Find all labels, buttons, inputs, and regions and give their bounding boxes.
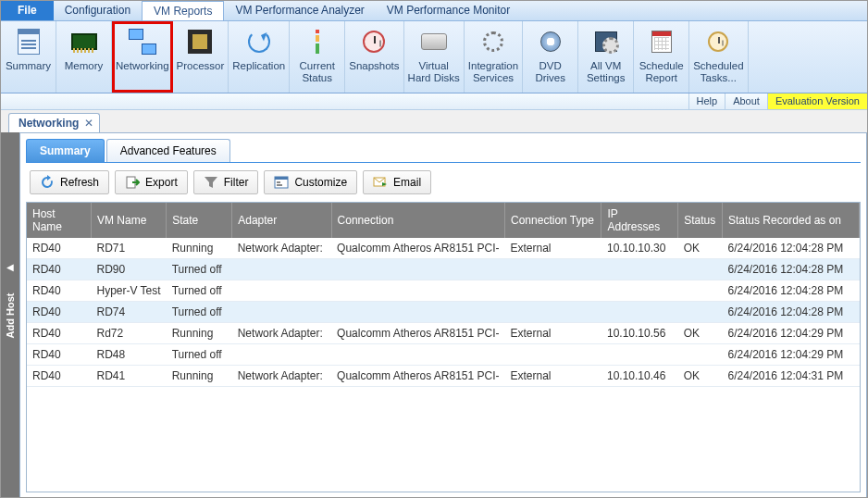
ribbon-all-vm-settings[interactable]: All VMSettings [578,21,634,93]
col-host-name[interactable]: Host Name [27,203,91,238]
refresh-button[interactable]: Refresh [30,170,109,194]
col-connection-type[interactable]: Connection Type [505,203,601,238]
add-host-panel-toggle[interactable]: Add Host ◀ [1,132,19,498]
table-row[interactable]: RD40Hyper-V TestTurned off6/24/2016 12:0… [27,280,860,302]
col-state[interactable]: State [167,203,232,238]
filter-icon [204,175,218,190]
repl-icon [244,27,274,56]
report-icon [14,27,43,56]
email-button[interactable]: Email [363,170,431,194]
status-icon [303,27,332,56]
content-toolbar: RefreshExportFilterCustomizeEmail [26,163,861,202]
ribbon-schedule-report[interactable]: ScheduleReport [634,21,689,93]
email-icon [373,175,388,190]
filter-button[interactable]: Filter [193,170,259,194]
info-bar: Help About Evaluation Version [1,93,867,110]
export-button[interactable]: Export [115,170,188,194]
close-icon[interactable]: ✕ [84,117,93,130]
sched-icon [647,27,676,56]
table-row[interactable]: RD40RD71RunningNetwork Adapter:Qualcomm … [27,238,860,259]
dvd-icon [536,27,565,56]
table-row[interactable]: RD40RD41RunningNetwork Adapter:Qualcomm … [27,366,860,387]
col-adapter[interactable]: Adapter [232,203,331,238]
table-row[interactable]: RD40RD90Turned off6/24/2016 12:04:28 PM [27,259,860,280]
ribbon-scheduled-tasks[interactable]: ScheduledTasks... [689,21,748,93]
inner-tabs: SummaryAdvanced Features [26,139,861,163]
col-status[interactable]: Status [678,203,723,238]
disk-icon [419,27,449,56]
about-link[interactable]: About [725,93,767,109]
mem-icon [69,27,99,56]
cpu-icon [185,27,215,56]
ribbon-virtual-hard-disks[interactable]: VirtualHard Disks [404,21,465,93]
gear-icon [478,27,508,56]
doc-tab-label: Networking [19,117,79,130]
ribbon-replication[interactable]: Replication [229,21,290,93]
help-link[interactable]: Help [688,93,725,109]
table-row[interactable]: RD40RD74Turned off6/24/2016 12:04:28 PM [27,302,860,323]
svg-rect-3 [277,181,280,183]
export-icon [125,175,140,190]
menu-vm-performance-analyzer[interactable]: VM Performance Analyzer [224,1,375,20]
snap-icon [359,27,389,56]
ribbon-integration-services[interactable]: IntegrationServices [465,21,523,93]
add-host-label: Add Host [5,293,16,339]
ribbon-memory[interactable]: Memory [56,21,112,93]
menu-file[interactable]: File [1,1,54,20]
data-grid-container: Host NameVM NameStateAdapterConnectionCo… [26,202,861,492]
table-row[interactable]: RD40RD48Turned off6/24/2016 12:04:29 PM [27,344,860,366]
menu-vm-reports[interactable]: VM Reports [142,1,224,20]
chevron-left-icon: ◀ [6,262,14,272]
tab-advanced-features[interactable]: Advanced Features [106,139,230,162]
svg-rect-2 [275,177,288,180]
menu-configuration[interactable]: Configuration [54,1,142,20]
evaluation-badge: Evaluation Version [767,93,867,109]
menu-bar: File ConfigurationVM ReportsVM Performan… [1,1,867,21]
ribbon-summary[interactable]: Summary [1,21,56,93]
allvm-icon [591,27,621,56]
menu-vm-performance-monitor[interactable]: VM Performance Monitor [376,1,521,20]
table-row[interactable]: RD40Rd72RunningNetwork Adapter:Qualcomm … [27,323,860,344]
ribbon-processor[interactable]: Processor [173,21,229,93]
col-ip-addresses[interactable]: IP Addresses [601,203,678,238]
doc-tab-networking[interactable]: Networking ✕ [8,113,100,132]
networking-grid: Host NameVM NameStateAdapterConnectionCo… [27,203,860,387]
customize-icon [274,175,289,190]
tab-summary[interactable]: Summary [26,139,105,162]
task-icon [703,27,733,56]
ribbon-snapshots[interactable]: Snapshots [345,21,403,93]
content-panel: SummaryAdvanced Features RefreshExportFi… [19,132,867,498]
ribbon-networking[interactable]: Networking [112,21,173,93]
ribbon-dvd-drives[interactable]: DVDDrives [523,21,578,93]
document-tabs: Networking ✕ [1,110,867,132]
col-vm-name[interactable]: VM Name [91,203,166,238]
col-status-recorded-as-on[interactable]: Status Recorded as on [722,203,859,238]
net-icon [128,27,157,56]
ribbon-current-status[interactable]: CurrentStatus [290,21,345,93]
ribbon-toolbar: SummaryMemoryNetworkingProcessorReplicat… [1,21,867,93]
customize-button[interactable]: Customize [264,170,357,194]
col-connection[interactable]: Connection [331,203,504,238]
svg-rect-4 [277,184,282,186]
refresh-icon [40,175,55,190]
